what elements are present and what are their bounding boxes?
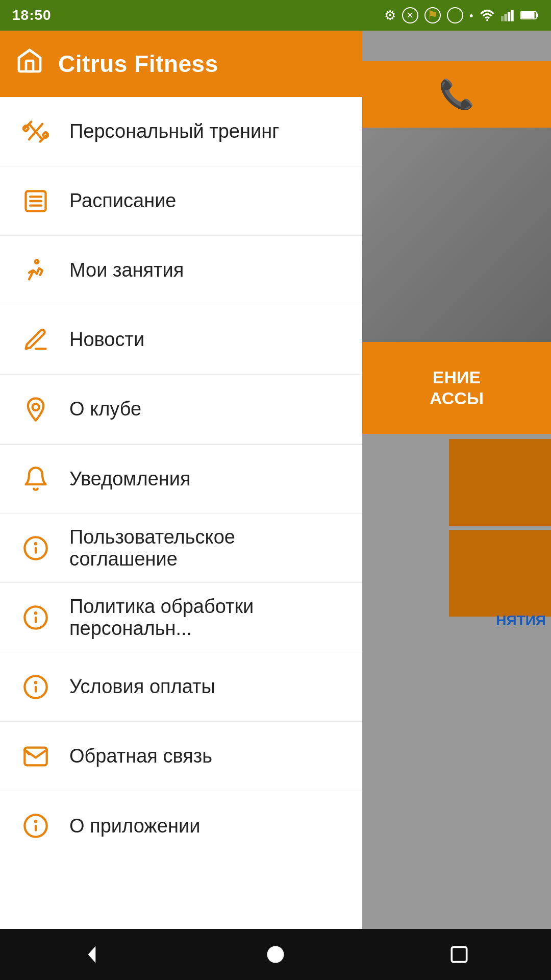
dot-icon: ● bbox=[469, 11, 473, 19]
menu-label-about-club: О клубе bbox=[69, 398, 141, 420]
battery-icon bbox=[520, 9, 539, 21]
navigation-drawer: Citrus Fitness Персональный тренинг bbox=[0, 31, 362, 980]
svg-point-22 bbox=[33, 404, 39, 410]
bg-link: НЯТИЯ bbox=[362, 612, 551, 629]
menu-item-personal-training[interactable]: Персональный тренинг bbox=[0, 97, 362, 166]
home-button[interactable] bbox=[255, 934, 296, 975]
status-icons: ⚙ ✕ ⚑ ◎ ● bbox=[384, 7, 539, 23]
menu-list: Персональный тренинг Расписание bbox=[0, 97, 362, 980]
menu-item-about-club[interactable]: О клубе bbox=[0, 375, 362, 444]
home-icon bbox=[15, 46, 44, 81]
menu-item-user-agreement[interactable]: Пользовательское соглашение bbox=[0, 513, 362, 583]
pen-icon bbox=[20, 327, 51, 353]
svg-rect-3 bbox=[508, 12, 510, 21]
svg-marker-36 bbox=[88, 946, 96, 963]
menu-label-my-classes: Мои занятия bbox=[69, 259, 184, 281]
badge1-icon: ⚑ bbox=[424, 7, 441, 23]
menu-item-news[interactable]: Новости bbox=[0, 305, 362, 375]
dumbbell-icon bbox=[20, 118, 51, 145]
info-icon-1 bbox=[20, 535, 51, 561]
bg-text-banner: ЕНИЕ АССЫ bbox=[362, 342, 551, 434]
x-circle-icon: ✕ bbox=[402, 7, 418, 23]
info-icon-4 bbox=[20, 813, 51, 839]
app-title: Citrus Fitness bbox=[58, 50, 218, 78]
menu-item-schedule[interactable]: Расписание bbox=[0, 166, 362, 236]
location-icon bbox=[20, 396, 51, 423]
menu-label-about-app: О приложении bbox=[69, 815, 200, 837]
menu-item-notifications[interactable]: Уведомления bbox=[0, 444, 362, 513]
menu-label-notifications: Уведомления bbox=[69, 468, 191, 490]
menu-label-personal-training: Персональный тренинг bbox=[69, 120, 279, 142]
bg-image bbox=[362, 128, 551, 342]
svg-point-21 bbox=[35, 260, 39, 263]
menu-label-news: Новости bbox=[69, 329, 144, 351]
menu-item-feedback[interactable]: Обратная связь bbox=[0, 722, 362, 791]
drawer-header: Citrus Fitness bbox=[0, 31, 362, 97]
menu-label-feedback: Обратная связь bbox=[69, 745, 212, 767]
svg-rect-4 bbox=[511, 10, 514, 21]
svg-rect-6 bbox=[521, 12, 534, 18]
back-button[interactable] bbox=[71, 934, 112, 975]
menu-label-payment-terms: Условия оплаты bbox=[69, 676, 215, 698]
menu-item-privacy-policy[interactable]: Политика обработки персональн... bbox=[0, 583, 362, 652]
info-icon-2 bbox=[20, 604, 51, 631]
menu-label-privacy-policy: Политика обработки персональн... bbox=[69, 596, 342, 640]
badge2-icon: ◎ bbox=[447, 7, 463, 23]
bg-blocks bbox=[362, 439, 551, 621]
recent-apps-button[interactable] bbox=[439, 934, 480, 975]
menu-label-user-agreement: Пользовательское соглашение bbox=[69, 526, 342, 570]
wifi-icon bbox=[480, 9, 495, 21]
menu-item-my-classes[interactable]: Мои занятия bbox=[0, 236, 362, 305]
mail-icon bbox=[20, 743, 51, 770]
menu-label-schedule: Расписание bbox=[69, 190, 177, 212]
bottom-nav bbox=[0, 929, 551, 980]
gear-icon: ⚙ bbox=[384, 8, 396, 23]
person-running-icon bbox=[20, 257, 51, 284]
menu-item-about-app[interactable]: О приложении bbox=[0, 791, 362, 861]
signal-icon bbox=[501, 9, 514, 21]
svg-rect-2 bbox=[505, 14, 507, 21]
svg-rect-7 bbox=[536, 13, 538, 17]
svg-rect-38 bbox=[452, 947, 466, 962]
list-icon bbox=[20, 188, 51, 214]
status-time: 18:50 bbox=[12, 7, 52, 23]
svg-line-9 bbox=[19, 50, 30, 58]
svg-point-0 bbox=[486, 19, 488, 21]
svg-line-10 bbox=[30, 50, 40, 58]
info-icon-3 bbox=[20, 674, 51, 700]
menu-item-payment-terms[interactable]: Условия оплаты bbox=[0, 652, 362, 722]
phone-icon: 📞 bbox=[439, 78, 474, 111]
bg-header-bar: 📞 bbox=[362, 61, 551, 128]
svg-point-37 bbox=[267, 946, 284, 963]
status-bar: 18:50 ⚙ ✕ ⚑ ◎ ● bbox=[0, 0, 551, 31]
svg-rect-1 bbox=[501, 16, 504, 21]
bell-icon bbox=[20, 465, 51, 492]
svg-rect-8 bbox=[26, 61, 33, 71]
